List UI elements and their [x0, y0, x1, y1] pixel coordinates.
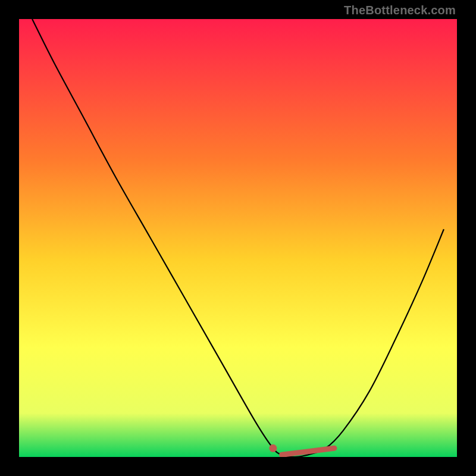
watermark-label: TheBottleneck.com — [344, 4, 456, 17]
chart-svg — [19, 19, 457, 457]
optimal-point-marker — [269, 444, 277, 452]
outer-frame: TheBottleneck.com — [0, 0, 476, 476]
plot-area — [19, 19, 457, 457]
